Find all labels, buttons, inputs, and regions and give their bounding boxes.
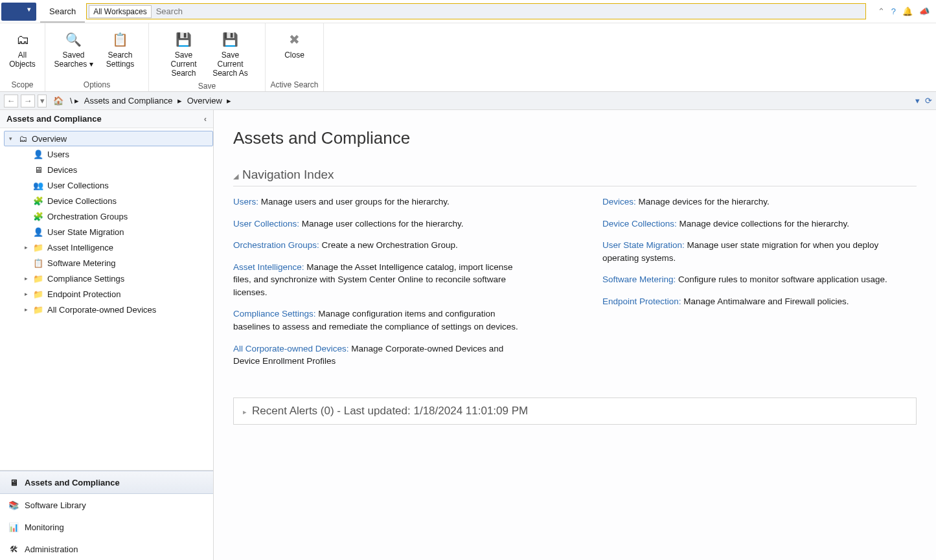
nav-forward-button[interactable]: →	[21, 95, 35, 107]
nav-index-link[interactable]: Software Metering:	[602, 274, 676, 284]
nav-index-link[interactable]: Compliance Settings:	[233, 309, 316, 319]
saved-searches-button[interactable]: 🔍 Saved Searches ▾	[51, 27, 97, 71]
tree-item-devices[interactable]: 🖥Devices	[19, 162, 213, 177]
nav-back-button[interactable]: ←	[4, 95, 18, 107]
tree-item-software-metering[interactable]: 📋Software Metering	[19, 255, 213, 271]
workspace-icon: 🛠	[8, 543, 19, 555]
workspace-assets-and-compliance[interactable]: 🖥Assets and Compliance	[0, 471, 213, 494]
nav-history-button[interactable]: ▾	[38, 95, 47, 107]
title-bar: Search All Workspaces ⌃ ? 🔔 📣	[0, 0, 936, 23]
ribbon-group-save-label: Save	[149, 80, 265, 93]
nav-index-entry: Software Metering: Configure rules to mo…	[602, 273, 900, 286]
tree-node-label: Orchestration Groups	[47, 212, 128, 221]
tree-node-label: All Corporate-owned Devices	[47, 305, 156, 315]
nav-index-link[interactable]: All Corporate-owned Devices:	[233, 344, 349, 353]
nav-index-link[interactable]: Device Collections:	[602, 219, 677, 229]
bell-icon[interactable]: 🔔	[902, 6, 913, 16]
all-objects-icon: 🗂	[13, 30, 32, 49]
tree-node-label: Device Collections	[47, 196, 117, 206]
nav-index-desc: Manage device collections for the hierar…	[677, 219, 849, 229]
tree-node-label: User Collections	[47, 181, 109, 190]
nav-index-link[interactable]: User State Migration:	[602, 240, 685, 250]
tree-node-icon: 📋	[33, 258, 43, 268]
collapse-nav-icon[interactable]: ‹	[204, 114, 207, 124]
tree-node-label: Endpoint Protection	[47, 289, 120, 299]
tree-node-icon: 📁	[33, 242, 43, 252]
workspace-administration[interactable]: 🛠Administration	[0, 538, 213, 560]
breadcrumb-leaf[interactable]: Overview	[185, 96, 225, 106]
ribbon-group-options-label: Options	[45, 79, 148, 91]
expander-icon[interactable]: ▸	[23, 306, 29, 313]
search-settings-button[interactable]: 📋 Search Settings	[97, 27, 144, 71]
alerts-twisty-icon[interactable]: ▸	[243, 408, 247, 416]
tree-item-user-collections[interactable]: 👥User Collections	[19, 177, 213, 193]
tree-item-all-corporate-owned-devices[interactable]: ▸📁All Corporate-owned Devices	[19, 302, 213, 317]
nav-index-link[interactable]: Endpoint Protection:	[602, 297, 681, 306]
refresh-icon[interactable]: ⟳	[925, 96, 932, 106]
nav-index-link[interactable]: Devices:	[602, 197, 636, 207]
tree-node-icon: 📁	[33, 273, 43, 284]
tree-item-user-state-migration[interactable]: 👤User State Migration	[19, 224, 213, 240]
breadcrumb-bar: ← → ▾ 🏠 \ ▸ Assets and Compliance ▸ Over…	[0, 92, 936, 110]
workspace-software-library[interactable]: 📚Software Library	[0, 494, 213, 516]
dropdown-icon[interactable]: ▾	[915, 96, 920, 106]
ribbon-tab-search[interactable]: Search	[40, 0, 85, 23]
tree-item-endpoint-protection[interactable]: ▸📁Endpoint Protection	[19, 286, 213, 302]
tree-node-label: Asset Intelligence	[47, 243, 113, 252]
workspace-icon: 📊	[8, 521, 19, 533]
nav-index-link[interactable]: Asset Intelligence:	[233, 262, 304, 272]
tree-item-users[interactable]: 👤Users	[19, 146, 213, 162]
breadcrumb: \ ▸ Assets and Compliance ▸ Overview ▸	[70, 96, 231, 106]
workspace-monitoring[interactable]: 📊Monitoring	[0, 516, 213, 538]
content-area: Assets and Compliance ◢Navigation Index …	[214, 110, 936, 560]
global-search[interactable]: All Workspaces	[86, 3, 866, 19]
save-current-search-button[interactable]: 💾 Save Current Search	[161, 27, 207, 80]
nav-index-link[interactable]: Users:	[233, 197, 258, 207]
search-settings-icon: 📋	[111, 30, 130, 49]
ribbon-group-scope-label: Scope	[0, 79, 45, 91]
help-icon[interactable]: ?	[891, 6, 896, 16]
tree-item-orchestration-groups[interactable]: 🧩Orchestration Groups	[19, 208, 213, 224]
breadcrumb-root[interactable]: Assets and Compliance	[82, 96, 176, 106]
tree-node-label: Compliance Settings	[47, 274, 124, 284]
tree-node-icon: 🧩	[33, 211, 43, 221]
tree-node-icon: 🧩	[33, 196, 43, 206]
workspace-icon: 🖥	[8, 476, 19, 488]
tree-item-device-collections[interactable]: 🧩Device Collections	[19, 193, 213, 208]
tree-item-overview[interactable]: ▾🗂Overview	[4, 131, 213, 146]
tree-item-asset-intelligence[interactable]: ▸📁Asset Intelligence	[19, 240, 213, 255]
all-objects-button[interactable]: 🗂 All Objects	[0, 27, 45, 71]
navigation-index-header[interactable]: ◢Navigation Index	[233, 168, 917, 186]
saved-searches-icon: 🔍	[64, 30, 84, 49]
home-icon[interactable]: 🏠	[53, 96, 63, 106]
nav-index-link[interactable]: Orchestration Groups:	[233, 240, 319, 250]
tree-node-icon: 👤	[33, 149, 43, 159]
tree-node-label: Overview	[32, 134, 67, 144]
nav-index-entry: All Corporate-owned Devices: Manage Corp…	[233, 342, 531, 368]
tree-node-icon: 📁	[33, 304, 43, 315]
expander-icon[interactable]: ▸	[23, 244, 29, 251]
nav-index-entry: Compliance Settings: Manage configuratio…	[233, 308, 531, 333]
feedback-icon[interactable]: 📣	[919, 6, 930, 16]
chevron-up-icon[interactable]: ⌃	[878, 6, 885, 16]
save-current-search-as-button[interactable]: 💾 Save Current Search As	[207, 27, 254, 80]
section-twisty-icon[interactable]: ◢	[233, 172, 238, 180]
nav-index-link[interactable]: User Collections:	[233, 219, 299, 229]
close-search-button[interactable]: ✖ Close	[271, 27, 318, 62]
tree-item-compliance-settings[interactable]: ▸📁Compliance Settings	[19, 271, 213, 286]
expander-icon[interactable]: ▾	[7, 135, 14, 142]
workspace-switcher: 🖥Assets and Compliance📚Software Library📊…	[0, 470, 213, 560]
search-input[interactable]	[154, 4, 865, 19]
search-scope-chip[interactable]: All Workspaces	[89, 5, 151, 18]
expander-icon[interactable]: ▸	[23, 275, 29, 282]
ribbon: 🗂 All Objects Scope 🔍 Saved Searches ▾ 📋…	[0, 23, 936, 92]
app-menu-button[interactable]	[1, 3, 36, 21]
expander-icon[interactable]: ▸	[23, 291, 29, 297]
nav-pane-title: Assets and Compliance	[6, 114, 102, 124]
tree-node-icon: 👥	[33, 180, 43, 190]
nav-index-entry: Orchestration Groups: Create a new Orche…	[233, 239, 531, 252]
ribbon-group-active-label: Active Search	[266, 79, 323, 91]
tree-node-icon: 🖥	[33, 164, 43, 175]
nav-index-entry: User Collections: Manage user collection…	[233, 218, 531, 230]
recent-alerts-panel[interactable]: ▸Recent Alerts (0) - Last updated: 1/18/…	[233, 398, 917, 425]
